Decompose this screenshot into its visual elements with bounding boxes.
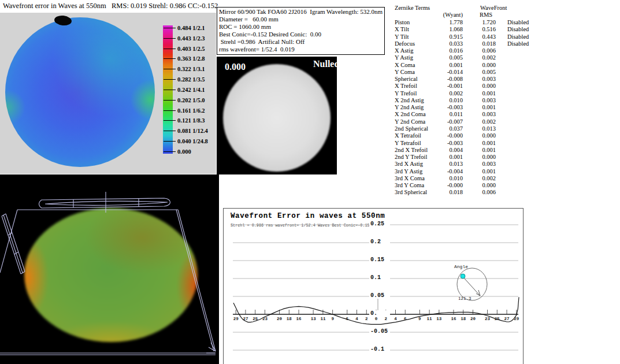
interferogram-disk [223, 64, 331, 172]
zernike-row: Y Tilt0.9150.443Disabled [395, 34, 539, 40]
x-tick-label: 13 [308, 317, 318, 321]
z-rms: 0.002 [465, 118, 496, 125]
wireframe-overlay [0, 174, 219, 364]
y-tick-label: -0.05 [369, 328, 390, 335]
z-rms: 0.000 [465, 182, 496, 188]
legend-tick [164, 120, 176, 121]
legend-label: 0.443 1/2.3 [177, 35, 205, 42]
x-tick-label: 0 [371, 317, 381, 321]
z-name: 3rd Spherical [395, 189, 427, 195]
legend-tick [164, 49, 176, 49]
z-name: Spherical [395, 76, 418, 82]
z-wyant: -0.008 [429, 76, 463, 82]
scale-bar-inner [45, 201, 168, 205]
legend-entry: 0.161 1/6.2 [164, 107, 205, 114]
z-rms: 0.013 [465, 125, 496, 132]
x-tick-label: 9 [328, 317, 338, 321]
z-name: Y 2nd Astig [395, 104, 424, 110]
zernike-row: 3rd Y Astig-0.0040.001 [395, 168, 539, 175]
legend-entry: 0.000 [164, 148, 191, 155]
z-rms: 0.002 [465, 175, 496, 181]
z-rms: 0.003 [465, 97, 496, 103]
z-rms: 0.001 [465, 104, 496, 110]
zernike-row: Y 2nd Astig-0.0030.001 [395, 104, 539, 111]
z-rms: 0.001 [465, 90, 496, 96]
x-tick-label: 29 [231, 317, 241, 321]
legend-tick [164, 100, 176, 101]
z-name: X Tilt [395, 26, 409, 32]
legend-tick [164, 110, 176, 111]
y-tick-label: 0.05 [369, 292, 390, 299]
zernike-row: Y Coma-0.0140.005 [395, 69, 539, 76]
z-name: X Astig [395, 47, 413, 54]
legend-label: 0.121 1/8.3 [177, 117, 205, 124]
z-wyant: 1.778 [429, 19, 463, 25]
zernike-row: 2nd Y Trefoil0.0010.000 [395, 154, 539, 161]
angle-widget[interactable] [457, 268, 487, 300]
z-name: X 2nd Astig [395, 97, 424, 103]
x-tick-label: 23 [482, 317, 493, 321]
z-wyant: -0.003 [429, 140, 463, 146]
z-rms: 0.005 [465, 69, 496, 75]
zernike-row: Spherical-0.0080.003 [395, 76, 539, 83]
legend-label: 0.282 1/3.5 [177, 76, 205, 83]
legend-entry: 0.121 1/8.3 [164, 117, 205, 124]
legend-label: 0.081 1/12.4 [177, 128, 208, 134]
legend-tick [164, 58, 176, 59]
wavefront-contour-panel[interactable]: 0.484 1/2.10.443 1/2.30.403 1/2.50.363 1… [0, 13, 216, 174]
z-name: Y Astig [395, 54, 413, 61]
wavefront-contour-disk [5, 17, 155, 167]
y-tick-label: 0.15 [369, 257, 390, 263]
z-rms: 0.003 [465, 161, 496, 167]
x-tick-label: 16 [448, 317, 459, 321]
z-wyant: -0.000 [429, 182, 463, 188]
surface-3d-view[interactable] [0, 174, 219, 364]
y-tick-label: 0.25 [369, 221, 390, 227]
z-name: 2nd Spherical [395, 125, 428, 132]
legend-tick [164, 28, 176, 28]
profile-chart-panel[interactable]: Wavefront Error in waves at 550nm Strehl… [223, 208, 524, 364]
x-tick-label: 11 [424, 317, 435, 321]
x-tick-label: 20 [467, 317, 478, 321]
z-rms: 0.018 [465, 40, 496, 47]
z-name: Y Coma [395, 69, 415, 75]
zernike-row: Y Trefoil0.0020.001 [395, 90, 539, 97]
z-wyant: 0.005 [429, 54, 463, 61]
z-name: X Trefoil [395, 83, 417, 89]
legend-tick [164, 151, 176, 152]
z-rms: 0.003 [465, 76, 496, 82]
x-tick-label: 11 [318, 317, 328, 321]
x-tick-label: 18 [284, 317, 294, 321]
info-line: Strehl =0.986 Artifical Null: Off [219, 38, 383, 46]
z-wyant: 0.001 [429, 62, 463, 68]
z-wyant: -0.007 [429, 118, 463, 125]
z-wyant: 0.010 [429, 97, 463, 103]
z-name: Piston [395, 19, 410, 25]
interferogram-null-label: Nulled [313, 59, 337, 69]
x-tick-label: 18 [458, 317, 469, 321]
angle-handle-dot[interactable] [461, 274, 465, 278]
interferogram-view[interactable]: 0.000 Nulled [217, 57, 337, 174]
z-wyant: 0.002 [429, 90, 463, 96]
mirror-info-box: Mirror 60/900 Tak FOA60 2J2016 Igram Wav… [217, 7, 385, 55]
legend-tick [164, 69, 176, 69]
legend-label: 0.363 1/2.8 [177, 55, 205, 62]
profile-chart-canvas [224, 209, 523, 364]
floor-bottom-edge [0, 353, 216, 355]
legend-entry: 0.202 1/5.0 [164, 96, 205, 104]
z-rms: 0.006 [465, 47, 496, 54]
z-name: 3rd Y Coma [395, 182, 424, 188]
z-status: Disabled [507, 19, 529, 25]
x-tick-label: 27 [502, 317, 512, 321]
y-tick-label: 0. [369, 310, 390, 317]
legend-label: 0.000 [177, 148, 191, 155]
x-tick-label: 13 [434, 317, 444, 321]
z-name: 3rd X Coma [395, 175, 425, 181]
zernike-row: X 2nd Coma0.0110.003 [395, 111, 539, 118]
zernike-row: X Trefoil-0.0010.000 [395, 83, 539, 90]
z-rms: 0.003 [465, 111, 496, 117]
angle-widget-value: 121.3 [458, 296, 472, 301]
legend-label: 0.403 1/2.5 [177, 46, 205, 52]
z-wyant: 0.011 [429, 111, 463, 117]
zernike-col-rms: RMS [472, 12, 500, 18]
